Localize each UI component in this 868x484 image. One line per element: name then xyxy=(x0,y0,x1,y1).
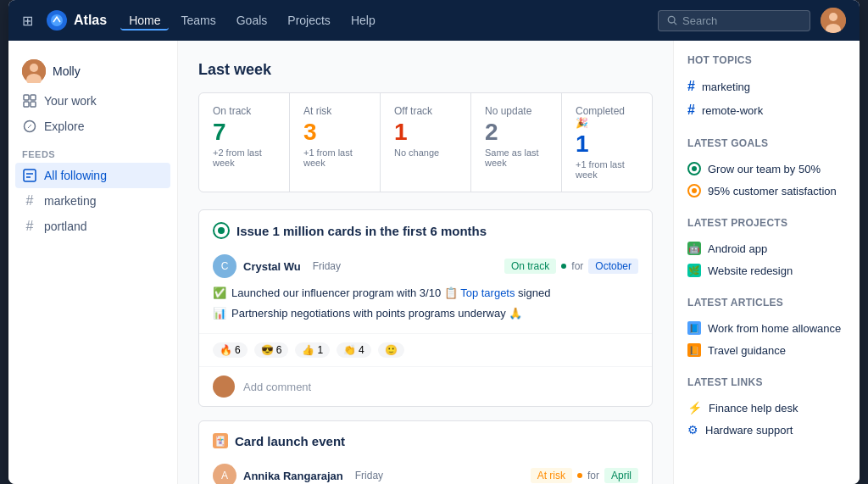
sidebar-yourwork-label: Your work xyxy=(44,94,97,108)
stat-on-track: On track 7 +2 from last week xyxy=(199,93,290,192)
goal-customer-satisfaction[interactable]: 95% customer satisfaction xyxy=(687,180,846,202)
finance-link-icon: ⚡ xyxy=(687,401,702,414)
reaction-sunglasses-count: 6 xyxy=(276,344,282,356)
hash-icon-ht-remotework: # xyxy=(687,103,695,118)
feed-card-1-header: Issue 1 million cards in the first 6 mon… xyxy=(199,210,652,246)
month-badge-october: October xyxy=(588,259,638,274)
stat-at-risk: At risk 3 +1 from last week xyxy=(290,93,381,192)
nav-projects[interactable]: Projects xyxy=(279,10,339,31)
feed-card-1-title[interactable]: Issue 1 million cards in the first 6 mon… xyxy=(236,224,487,238)
reaction-add[interactable]: 🙂 xyxy=(378,342,404,358)
sidebar-item-yourwork[interactable]: Your work xyxy=(15,88,170,114)
svg-rect-11 xyxy=(24,102,29,107)
svg-rect-14 xyxy=(24,170,36,181)
project-android-app[interactable]: 🤖 Android app xyxy=(687,237,846,259)
project-website-redesign[interactable]: 🌿 Website redesign xyxy=(687,259,846,281)
android-app-icon: 🤖 xyxy=(687,242,701,255)
article-wfh[interactable]: 📘 Work from home allowance xyxy=(687,317,846,339)
comment-area-1: Add comment xyxy=(199,367,652,406)
svg-rect-12 xyxy=(31,102,36,107)
sidebar-marketing-label: marketing xyxy=(44,194,96,208)
search-input[interactable] xyxy=(682,14,801,27)
stat-at-risk-label: At risk xyxy=(303,105,366,117)
reaction-fire[interactable]: 🔥 6 xyxy=(213,342,248,358)
feed-card-1: Issue 1 million cards in the first 6 mon… xyxy=(198,209,653,407)
hash-icon-ht-marketing: # xyxy=(687,79,695,94)
sidebar-item-marketing[interactable]: # marketing xyxy=(15,188,170,214)
hot-topic-remotework[interactable]: # remote-work xyxy=(687,98,846,122)
goal-icon-inner-1 xyxy=(218,227,225,234)
update-user-name-2: Annika Rangarajan xyxy=(243,470,343,482)
sidebar-item-portland[interactable]: # portland xyxy=(15,214,170,239)
reaction-sunglasses[interactable]: 😎 6 xyxy=(254,342,289,358)
stat-no-update-label: No update xyxy=(485,105,548,117)
latest-articles-section: Latest articles 📘 Work from home allowan… xyxy=(687,297,846,361)
goal-circle-green xyxy=(687,162,701,175)
nav-help[interactable]: Help xyxy=(342,10,384,31)
feed-update-1-user: C Crystal Wu Friday xyxy=(213,254,341,278)
status-badges-1: On track for October xyxy=(504,259,638,274)
stat-no-update: No update 2 Same as last week xyxy=(471,93,562,192)
feed-update-2-meta: A Annika Rangarajan Friday At risk for A… xyxy=(213,464,638,484)
update-date-1: Friday xyxy=(313,260,341,272)
latest-links-section: Latest links ⚡ Finance help desk ⚙ Hardw… xyxy=(687,376,846,441)
search-icon xyxy=(667,14,677,26)
apps-grid-icon[interactable]: ⊞ xyxy=(22,13,33,29)
feed-card-2: 🃏 Card launch event A Annika Rangarajan … xyxy=(198,420,653,484)
hot-topic-marketing[interactable]: # marketing xyxy=(687,75,846,98)
stat-at-risk-number: 3 xyxy=(303,120,366,144)
nav-goals[interactable]: Goals xyxy=(228,10,276,31)
svg-line-2 xyxy=(674,22,676,25)
reaction-fire-count: 6 xyxy=(235,344,241,356)
hot-topics-title: Hot topics xyxy=(687,54,846,66)
status-badge-on-track: On track xyxy=(504,259,556,274)
goal-grow-team-label: Grow our team by 50% xyxy=(708,163,821,175)
reaction-thumbsup[interactable]: 👍 1 xyxy=(295,342,330,358)
app-window: ⊞ Atlas Home Teams Goals Projects Help xyxy=(8,0,860,484)
stat-no-update-change: Same as last week xyxy=(485,147,548,168)
top-targets-link[interactable]: Top targets xyxy=(460,287,515,299)
stats-row: On track 7 +2 from last week At risk 3 +… xyxy=(198,92,653,192)
feed-update-1: C Crystal Wu Friday On track for October xyxy=(199,246,652,334)
card-project-icon-2: 🃏 xyxy=(213,433,228,448)
article-travel[interactable]: 📙 Travel guidance xyxy=(687,339,846,361)
svg-rect-9 xyxy=(24,95,29,100)
sidebar-avatar xyxy=(22,59,46,83)
right-panel: Hot topics # marketing # remote-work Lat… xyxy=(673,41,860,484)
user-avatar[interactable] xyxy=(821,8,846,33)
project-android-label: Android app xyxy=(708,242,767,255)
sidebar: Molly Your work xyxy=(8,41,178,484)
stat-completed-label: Completed 🎉 xyxy=(576,105,638,129)
sidebar-user[interactable]: Molly xyxy=(15,54,170,88)
update-date-2: Friday xyxy=(355,470,383,481)
sidebar-explore-label: Explore xyxy=(44,120,84,133)
link-finance[interactable]: ⚡ Finance help desk xyxy=(687,397,846,419)
sidebar-all-following-label: All following xyxy=(44,169,107,182)
feed-card-2-title[interactable]: Card launch event xyxy=(235,434,345,448)
sidebar-portland-label: portland xyxy=(44,220,87,233)
search-box[interactable] xyxy=(658,10,810,31)
svg-point-4 xyxy=(829,13,837,21)
reaction-clap[interactable]: 👏 4 xyxy=(337,342,371,358)
stat-off-track: Off track 1 No change xyxy=(381,93,471,192)
stat-no-update-number: 2 xyxy=(485,120,548,144)
update-items-1: ✅ Launched our influencer program with 3… xyxy=(213,285,638,321)
add-comment-1[interactable]: Add comment xyxy=(243,381,311,393)
stat-off-track-label: Off track xyxy=(394,105,457,117)
svg-rect-10 xyxy=(31,95,36,100)
sidebar-item-explore[interactable]: Explore xyxy=(15,114,170,139)
article-wfh-label: Work from home allowance xyxy=(708,322,841,335)
crystal-wu-avatar: C xyxy=(213,254,236,278)
reactions-1: 🔥 6 😎 6 👍 1 👏 4 🙂 xyxy=(199,334,652,367)
app-name: Atlas xyxy=(74,13,107,28)
link-hardware[interactable]: ⚙ Hardware support xyxy=(687,419,846,441)
project-website-label: Website redesign xyxy=(708,264,793,277)
goal-grow-team[interactable]: Grow our team by 50% xyxy=(687,158,846,180)
latest-goals-section: Latest goals Grow our team by 50% 95% cu… xyxy=(687,137,846,202)
sidebar-item-all-following[interactable]: All following xyxy=(15,163,170,188)
month-badge-april: April xyxy=(604,468,638,483)
nav-home[interactable]: Home xyxy=(120,10,169,31)
stat-on-track-change: +2 from last week xyxy=(213,147,275,168)
update-item-1-1: ✅ Launched our influencer program with 3… xyxy=(213,285,638,302)
nav-teams[interactable]: Teams xyxy=(172,10,224,31)
